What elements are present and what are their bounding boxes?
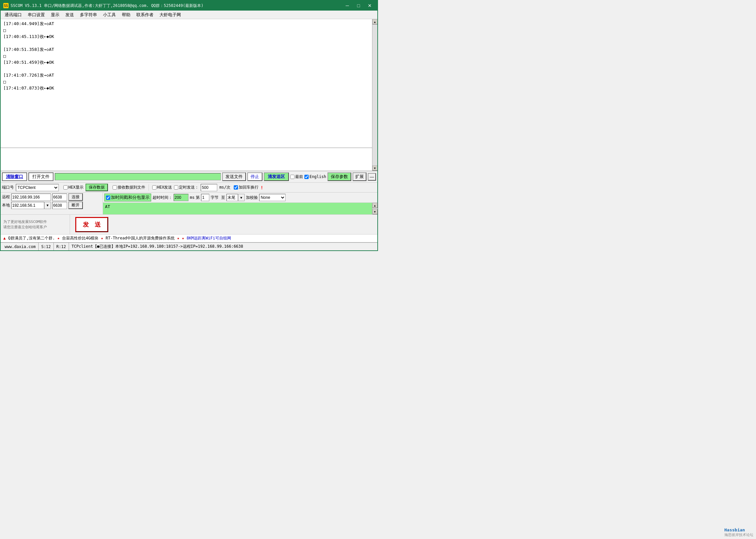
zuiqian-label[interactable]: 最前 [290,174,303,180]
byte-unit-label: 字节 至 [211,195,225,200]
timestamp-checkbox[interactable] [106,195,110,200]
byte-to-wrapper: ▼ [227,194,244,201]
settings-row1: 端口号 TCPClient HEX显示 保存数据 接收数据到文件 HEX发送 [1,183,378,193]
send-scroll-down[interactable]: ▼ [373,209,378,214]
minimize-button[interactable]: ─ [342,2,352,9]
save-params-button[interactable]: 保存参数 [327,172,351,181]
scroll-track[interactable] [373,25,378,166]
log-area: [17:40:44.949]发→◇AT □ [17:40:45.113]收←◆O… [1,19,372,148]
log-line: [17:40:51.358]发→◇AT [3,46,370,53]
bottom-area: 清除窗口 打开文件 发送文件 停止 清发送区 最前 English 保存参数 扩… [1,171,378,250]
recv-to-file-checkbox[interactable] [112,185,117,190]
port-label: 端口号 [2,185,14,190]
english-checkbox[interactable] [305,175,309,179]
remote-port-input[interactable] [52,193,67,201]
menu-xianshi[interactable]: 显示 [48,11,62,19]
menu-chuankou[interactable]: 串口设置 [25,11,47,19]
checksum-wrapper: None [259,194,286,201]
add-return-label[interactable]: 加回车换行 [234,185,258,190]
right-panel: 加时间戳和分包显示 超时时间： ms 第 字节 至 ▼ 加校验 [103,193,378,214]
close-button[interactable]: ✕ [365,2,375,9]
send-text-area[interactable]: AT [103,203,372,214]
connection-status: TCPclient【●已连接】本地IP=192.168.99.180:18157… [69,243,363,250]
english-label[interactable]: English [305,174,326,179]
dash-button[interactable]: — [368,173,376,181]
timer-unit-label: ms/次 [219,185,231,190]
timer-send-label[interactable]: 定时发送： [174,185,199,190]
hex-send-label[interactable]: HEX发送 [152,185,172,190]
log-line: [17:41:07.873]收←◆OK [3,85,370,92]
local-ip-input[interactable] [11,202,44,209]
open-file-button[interactable]: 打开文件 [29,172,53,181]
timer-send-checkbox[interactable] [174,185,178,190]
fasong-button[interactable]: 发 送 [75,217,108,232]
port-select-wrapper: TCPClient [16,184,59,191]
save-data-button[interactable]: 保存数据 [86,184,108,191]
remote-local-panel: 远程 连接 本地 ▼ 断开 [1,193,103,214]
promo-row: ▲ Q群满员了,没有第二个群. ★ 合宙高性价比4G模块 ★ RT-Thread… [1,235,378,242]
menu-lianxi[interactable]: 联系作者 [134,11,156,19]
recv-to-file-label[interactable]: 接收数据到文件 [112,185,145,190]
hex-display-checkbox[interactable] [63,185,68,190]
title-bar: SS SSCOM V5.13.1 串口/网络数据调试器,作者:大虾丁丁,2618… [1,1,378,11]
connect-button[interactable]: 连接 [68,193,83,201]
port-select[interactable]: TCPClient [16,184,59,191]
log-line: □ [3,53,370,59]
maximize-button[interactable]: □ [354,2,364,9]
scroll-down-button[interactable]: ▼ [373,166,378,171]
received-text: R:12 [56,244,66,249]
byte-from-label: 第 [196,195,200,200]
app-window: SS SSCOM V5.13.1 串口/网络数据调试器,作者:大虾丁丁,2618… [0,0,378,251]
status-bar: www.daxia.com S:12 R:12 TCPclient【●已连接】本… [1,242,378,250]
promo-link[interactable]: 8KM远距离WiFi可自组网 [186,236,231,240]
send-bar-input[interactable] [55,173,221,180]
promo-left-line1: 为了更好地发展SSCOM软件 [3,219,67,224]
remote-row: 远程 连接 [2,193,102,201]
remote-ip-input[interactable] [11,193,51,201]
byte-to-input[interactable] [227,194,238,201]
title-text: SSCOM V5.13.1 串口/网络数据调试器,作者:大虾丁丁,2618058… [11,3,203,9]
menu-fasong[interactable]: 发送 [63,11,77,19]
website-text: www.daxia.com [5,244,35,249]
send-scroll-up[interactable]: ▲ [373,203,378,208]
stop-button[interactable]: 停止 [247,172,262,181]
promo-left-line2: 请您注册嘉立创哈结尾客户 [3,225,67,230]
menu-tongxun[interactable]: 通讯端口 [2,11,25,19]
menu-duozi[interactable]: 多字符串 [77,11,100,19]
send-file-button[interactable]: 发送文件 [222,172,246,181]
add-return-checkbox[interactable] [234,185,238,190]
timestamp-row: 加时间戳和分包显示 超时时间： ms 第 字节 至 ▼ 加校验 [103,193,378,203]
title-bar-controls: ─ □ ✕ [342,2,375,9]
timer-value-input[interactable] [201,184,217,191]
send-scrollbar[interactable]: ▲ ▼ [372,203,378,214]
send-button-panel: 发 送 [70,215,113,234]
menu-bangzhu[interactable]: 帮助 [119,11,133,19]
hex-display-label[interactable]: HEX显示 [63,185,84,190]
zuiqian-checkbox[interactable] [290,175,295,179]
byte-from-input[interactable] [201,194,209,201]
sent-status: S:12 [38,243,54,250]
checksum-select[interactable]: None [259,194,286,201]
hex-send-checkbox[interactable] [152,185,157,190]
qing-fasong-button[interactable]: 清发送区 [264,172,289,181]
menu-bar: 通讯端口 串口设置 显示 发送 多字符串 小工具 帮助 联系作者 大虾电子网 [1,11,378,19]
clear-window-button[interactable]: 清除窗口 [2,172,27,181]
scroll-up-button[interactable]: ▲ [373,19,378,25]
disconnect-button[interactable]: 断开 [68,201,83,209]
timestamp-label[interactable]: 加时间戳和分包显示 [104,193,151,201]
log-line [3,40,370,46]
promo-left-panel: 为了更好地发展SSCOM软件 请您注册嘉立创哈结尾客户 [1,215,70,234]
local-port-input[interactable] [52,202,67,209]
main-scrollbar[interactable]: ▲ ▼ [372,19,378,171]
connection-text: TCPclient【●已连接】本地IP=192.168.99.180:18157… [72,244,243,249]
local-ip-dropdown[interactable]: ▼ [44,202,51,209]
menu-daxia[interactable]: 大虾电子网 [157,11,183,19]
timeout-input[interactable] [173,194,188,201]
menu-xiaogongju[interactable]: 小工具 [101,11,118,19]
log-line: □ [3,27,370,34]
byte-to-dropdown[interactable]: ▼ [238,194,244,201]
remote-label: 远程 [2,194,10,200]
timeout-label: 超时时间： [153,195,172,200]
expand-button[interactable]: 扩展 [353,172,367,181]
log-line [3,66,370,72]
